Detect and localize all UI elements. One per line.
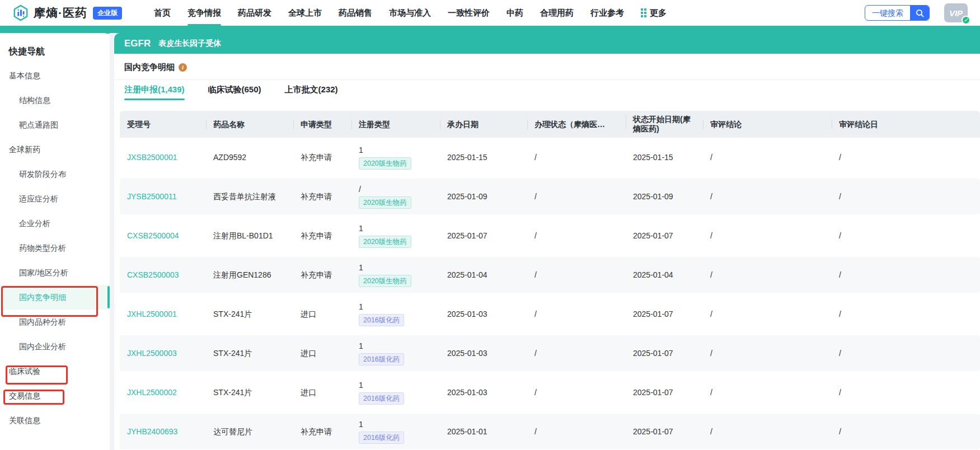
column-header: 审评结论日	[832, 120, 980, 129]
vip-badge[interactable]: VIP ✓	[944, 3, 968, 22]
nav-item-一致性评价[interactable]: 一致性评价	[439, 0, 498, 26]
nav-item-首页[interactable]: 首页	[146, 0, 179, 26]
reg-type-tag: 2020版生物药	[359, 236, 411, 248]
column-header: 申请类型	[293, 120, 351, 129]
nav-item-药品销售[interactable]: 药品销售	[330, 0, 381, 26]
search-icon[interactable]	[910, 6, 929, 20]
cell-acceptance-no[interactable]: JXHL2500001	[120, 309, 206, 319]
cell-handle-status: /	[527, 152, 626, 162]
cell-handle-status: /	[527, 231, 626, 241]
cell-acceptance-no[interactable]: JXSB2500001	[120, 152, 206, 162]
cell-review-date: /	[832, 270, 980, 280]
cell-drug-name: STX-241片	[206, 387, 293, 397]
nav-item-全球上市[interactable]: 全球上市	[280, 0, 330, 26]
cell-reg-type: 1 2016版化药	[351, 302, 440, 326]
info-icon[interactable]: i	[179, 63, 187, 72]
cell-status-date: 2025-01-04	[626, 270, 703, 280]
cell-accept-date: 2025-01-03	[440, 387, 527, 397]
sidebar-item-交易信息[interactable]: 交易信息	[0, 383, 110, 408]
cell-review-date: /	[832, 191, 980, 201]
tab-注册申报(1,439)[interactable]: 注册申报(1,439)	[124, 80, 185, 100]
cell-acceptance-no[interactable]: CXSB2500004	[120, 231, 206, 241]
nav-item-更多[interactable]: 更多	[632, 0, 675, 26]
sidebar-item-结构信息[interactable]: 结构信息	[0, 88, 110, 112]
cell-accept-date: 2025-01-15	[440, 152, 527, 162]
cell-acceptance-no[interactable]: JXHL2500003	[120, 348, 206, 358]
cell-accept-date: 2025-01-04	[440, 270, 527, 280]
tab-上市批文(232)[interactable]: 上市批文(232)	[285, 80, 338, 100]
sidebar-item-国内企业分析[interactable]: 国内企业分析	[0, 334, 110, 359]
cell-acceptance-no[interactable]: CXSB2500003	[120, 270, 206, 280]
cell-reg-type: 1 2020版生物药	[351, 145, 440, 170]
cell-drug-name: AZD9592	[206, 152, 293, 162]
nav-item-竞争情报[interactable]: 竞争情报	[179, 0, 229, 26]
sidebar-item-适应症分析[interactable]: 适应症分析	[0, 186, 110, 211]
cell-reg-type: / 2020版生物药	[351, 184, 440, 209]
more-grid-icon	[641, 8, 646, 17]
quick-search-label: 一键搜索	[865, 6, 910, 20]
cell-status-date: 2025-01-15	[626, 152, 703, 162]
logo-hexagon-icon	[12, 4, 29, 21]
cell-review-date: /	[832, 348, 980, 358]
table-row[interactable]: JYHB2400693 达可替尼片 补充申请 1 2016版化药 2025-01…	[120, 412, 980, 450]
cell-review-date: /	[832, 231, 980, 241]
vip-check-icon: ✓	[962, 16, 970, 25]
sidebar-item-全球新药[interactable]: 全球新药	[0, 137, 110, 162]
cell-handle-status: /	[527, 387, 626, 397]
sidebar-item-企业分析[interactable]: 企业分析	[0, 211, 110, 236]
reg-type-tag: 2020版生物药	[359, 196, 411, 209]
cell-status-date: 2025-01-07	[626, 426, 703, 437]
cell-reg-type: 1 2020版生物药	[351, 262, 440, 287]
cell-acceptance-no[interactable]: JXHL2500002	[120, 387, 206, 397]
quick-nav-sidebar: 快捷导航 基本信息结构信息靶点通路图全球新药研发阶段分布适应症分析企业分析药物类…	[0, 33, 110, 450]
table-row[interactable]: CXSB2500003 注射用GEN1286 补充申请 1 2020版生物药 2…	[120, 255, 980, 294]
table-row[interactable]: JYSB2500011 西妥昔单抗注射液 补充申请 / 2020版生物药 202…	[120, 177, 980, 216]
reg-type-tag: 2016版化药	[359, 353, 404, 365]
table-row[interactable]: CXSB2500004 注射用BL-B01D1 补充申请 1 2020版生物药 …	[120, 216, 980, 255]
cell-review-date: /	[832, 152, 980, 162]
cell-apply-type: 补充申请	[293, 270, 351, 280]
cell-review: /	[703, 191, 832, 201]
cell-handle-status: /	[527, 309, 626, 319]
cell-status-date: 2025-01-07	[626, 348, 703, 358]
cell-accept-date: 2025-01-03	[440, 348, 527, 358]
cell-apply-type: 进口	[293, 387, 351, 397]
cell-review-date: /	[832, 426, 980, 437]
nav-item-药品研发[interactable]: 药品研发	[229, 0, 280, 26]
cell-status-date: 2025-01-07	[626, 309, 703, 319]
sidebar-item-基本信息[interactable]: 基本信息	[0, 63, 110, 88]
sidebar-item-药物类型分析[interactable]: 药物类型分析	[0, 236, 110, 260]
sidebar-item-国家/地区分析[interactable]: 国家/地区分析	[0, 260, 110, 285]
cell-accept-date: 2025-01-01	[440, 426, 527, 437]
sidebar-item-临床试验[interactable]: 临床试验	[0, 359, 110, 383]
tab-临床试验(650)[interactable]: 临床试验(650)	[208, 80, 261, 100]
nav-item-市场与准入[interactable]: 市场与准入	[381, 0, 439, 26]
table-row[interactable]: JXHL2500001 STX-241片 进口 1 2016版化药 2025-0…	[120, 294, 980, 334]
sidebar-item-国内品种分析[interactable]: 国内品种分析	[0, 310, 110, 334]
cell-review-date: /	[832, 387, 980, 397]
layout-gap	[110, 33, 114, 450]
cell-status-date: 2025-01-07	[626, 387, 703, 397]
cell-apply-type: 补充申请	[293, 231, 351, 241]
sidebar-item-关联信息[interactable]: 关联信息	[0, 408, 110, 433]
sidebar-item-研发阶段分布[interactable]: 研发阶段分布	[0, 162, 110, 186]
nav-item-合理用药[interactable]: 合理用药	[532, 0, 582, 26]
column-header: 状态开始日期(摩熵医药)	[626, 115, 703, 134]
table-row[interactable]: JXHL2500002 STX-241片 进口 1 2016版化药 2025-0…	[120, 373, 980, 412]
cell-handle-status: /	[527, 348, 626, 358]
reg-type-tag: 2016版化药	[359, 392, 404, 405]
sidebar-item-国内竞争明细[interactable]: 国内竞争明细	[0, 285, 110, 310]
app-logo[interactable]: 摩熵·医药 企业版	[12, 4, 122, 21]
quick-search-button[interactable]: 一键搜索	[865, 5, 930, 21]
cell-drug-name: STX-241片	[206, 348, 293, 358]
table-row[interactable]: JXHL2500003 STX-241片 进口 1 2016版化药 2025-0…	[120, 334, 980, 373]
cell-acceptance-no[interactable]: JYHB2400693	[120, 426, 206, 437]
cell-acceptance-no[interactable]: JYSB2500011	[120, 191, 206, 201]
sidebar-item-靶点通路图[interactable]: 靶点通路图	[0, 112, 110, 137]
cell-review: /	[703, 270, 832, 280]
table-row[interactable]: JXSB2500001 AZD9592 补充申请 1 2020版生物药 2025…	[120, 138, 980, 177]
table-header-row: 受理号药品名称申请类型注册类型承办日期办理状态（摩熵医…状态开始日期(摩熵医药)…	[120, 111, 980, 138]
nav-item-中药[interactable]: 中药	[498, 0, 532, 26]
cell-drug-name: 西妥昔单抗注射液	[206, 191, 293, 201]
nav-item-行业参考[interactable]: 行业参考	[582, 0, 632, 26]
